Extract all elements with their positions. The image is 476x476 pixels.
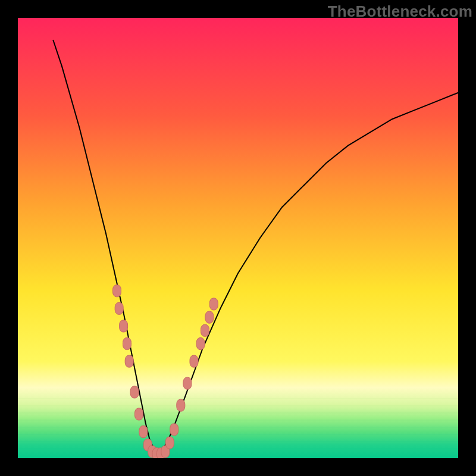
curve-marker [170, 424, 178, 436]
curve-marker [123, 338, 131, 350]
curve-marker [183, 377, 192, 389]
gradient-background [18, 18, 458, 458]
curve-marker [201, 324, 209, 336]
curve-marker [120, 320, 128, 332]
curve-marker [135, 408, 143, 420]
plot-area [18, 18, 458, 458]
curve-marker [190, 355, 198, 367]
curve-marker [165, 437, 174, 449]
curve-marker [139, 426, 148, 438]
curve-marker [125, 355, 133, 367]
curve-marker [177, 399, 185, 411]
curve-marker [209, 298, 218, 310]
chart-svg [18, 18, 458, 458]
curve-marker [115, 302, 123, 314]
curve-marker [196, 338, 205, 350]
curve-marker [205, 311, 214, 323]
curve-marker [113, 285, 121, 297]
watermark-text: TheBottleneck.com [328, 2, 472, 21]
curve-marker [130, 386, 139, 398]
chart-frame: TheBottleneck.com [0, 0, 476, 476]
